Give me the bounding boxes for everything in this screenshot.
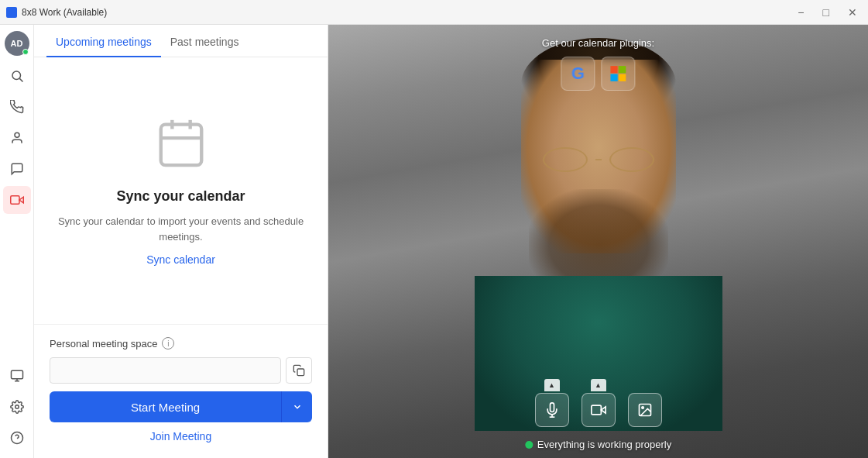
video-control-group: ▲ (582, 379, 616, 427)
sync-calendar-link[interactable]: Sync calendar (146, 253, 215, 266)
microsoft-icon (609, 65, 626, 82)
calendar-sync-section: Sync your calendar Sync your calendar to… (34, 57, 328, 324)
avatar-initials: AD (11, 39, 23, 48)
beard (529, 189, 668, 282)
presence-dot (22, 49, 29, 55)
sync-title: Sync your calendar (116, 188, 245, 205)
camera-area: Get our calendar plugins: G ▲ (328, 25, 868, 458)
start-meeting-row: Start Meeting (50, 391, 312, 422)
main-container: AD (0, 25, 868, 458)
sidebar-item-settings[interactable] (3, 393, 31, 421)
camera-controls: ▲ ▲ (535, 379, 662, 427)
title-bar: 8x8 Work (Available) − □ ✕ (0, 0, 868, 25)
tabs: Upcoming meetings Past meetings (34, 25, 328, 57)
svg-marker-22 (601, 407, 606, 413)
sidebar: AD (0, 25, 34, 458)
tab-upcoming[interactable]: Upcoming meetings (46, 25, 161, 57)
svg-point-25 (641, 407, 643, 409)
svg-rect-5 (11, 370, 22, 379)
sidebar-item-messages[interactable] (3, 155, 31, 183)
svg-rect-17 (619, 66, 626, 73)
google-icon: G (571, 64, 585, 84)
close-button[interactable]: ✕ (843, 5, 862, 20)
glasses (537, 146, 660, 174)
title-bar-controls: − □ ✕ (793, 5, 862, 20)
sidebar-item-contacts[interactable] (3, 124, 31, 152)
info-icon[interactable]: i (162, 337, 174, 350)
video-button[interactable] (582, 393, 616, 427)
sidebar-item-computer[interactable] (3, 362, 31, 390)
sidebar-item-help[interactable] (3, 424, 31, 452)
meeting-space-label: Personal meeting space i (50, 337, 312, 350)
user-avatar[interactable]: AD (5, 31, 29, 56)
sidebar-item-meetings[interactable] (3, 186, 31, 214)
minimize-button[interactable]: − (793, 5, 808, 20)
status-bar: Everything is working properly (525, 439, 671, 450)
start-meeting-button[interactable]: Start Meeting (50, 391, 281, 422)
svg-rect-4 (10, 196, 19, 205)
status-text: Everything is working properly (537, 439, 671, 450)
copy-button[interactable] (286, 357, 312, 384)
meeting-id-input[interactable] (50, 357, 281, 384)
svg-line-1 (19, 78, 22, 81)
content-area: Upcoming meetings Past meetings Sync you… (34, 25, 328, 458)
svg-rect-19 (619, 74, 626, 81)
microsoft-plugin-button[interactable] (601, 57, 635, 91)
sync-description: Sync your calendar to import your events… (53, 214, 309, 244)
meeting-id-row (50, 357, 312, 384)
title-bar-text: 8x8 Work (Available) (6, 7, 107, 18)
sidebar-bottom (3, 362, 31, 452)
svg-rect-16 (611, 66, 618, 73)
mic-button[interactable] (535, 393, 569, 427)
mic-control-group: ▲ (535, 379, 569, 427)
svg-rect-11 (160, 125, 201, 165)
svg-rect-18 (611, 74, 618, 81)
join-meeting-link[interactable]: Join Meeting (50, 430, 312, 443)
image-button[interactable] (628, 393, 662, 427)
calendar-icon (154, 115, 208, 173)
start-meeting-dropdown-button[interactable] (281, 391, 312, 422)
status-dot (525, 441, 533, 449)
sidebar-item-search[interactable] (3, 62, 31, 90)
plugin-icons: G (561, 57, 635, 91)
meeting-space-section: Personal meeting space i Start Meeting (34, 324, 328, 458)
maximize-button[interactable]: □ (818, 5, 834, 20)
app-icon (6, 7, 17, 18)
sidebar-item-phone[interactable] (3, 93, 31, 121)
plugins-label: Get our calendar plugins: (542, 37, 654, 49)
svg-point-2 (15, 133, 19, 137)
tab-past[interactable]: Past meetings (161, 25, 249, 57)
calendar-plugins-banner: Get our calendar plugins: G (542, 37, 654, 91)
video-arrow-button[interactable]: ▲ (591, 379, 606, 391)
svg-rect-15 (297, 369, 304, 376)
image-control-group (628, 393, 662, 427)
svg-rect-23 (591, 405, 601, 415)
mic-arrow-button[interactable]: ▲ (544, 379, 560, 391)
svg-point-8 (15, 405, 19, 409)
title-bar-title: 8x8 Work (Available) (22, 7, 107, 18)
svg-point-0 (12, 71, 21, 80)
svg-marker-3 (19, 197, 23, 203)
google-plugin-button[interactable]: G (561, 57, 595, 91)
